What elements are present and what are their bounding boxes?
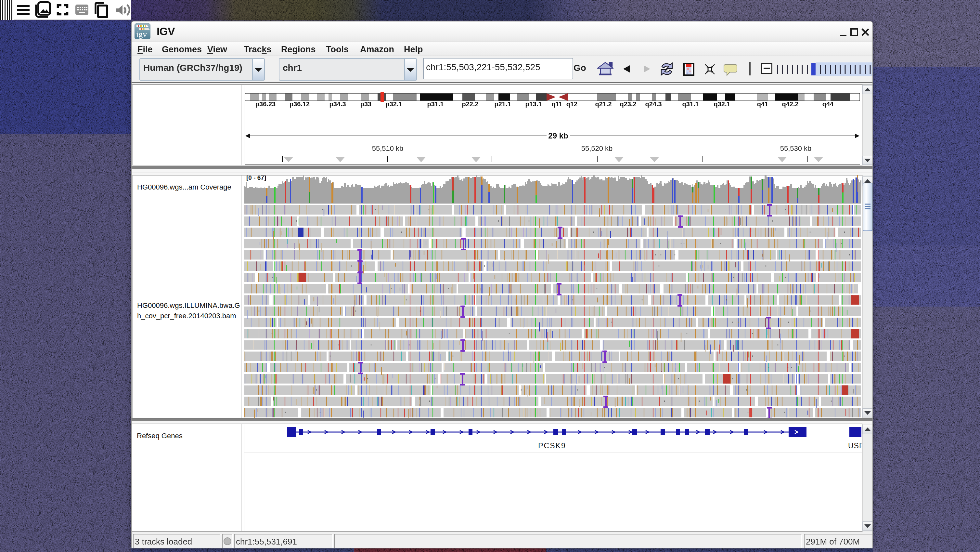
svg-text:55,510 kb: 55,510 kb	[372, 144, 404, 153]
svg-text:igv: igv	[136, 30, 147, 39]
svg-text:p33: p33	[360, 101, 371, 108]
svg-text:p21.1: p21.1	[494, 101, 511, 108]
svg-text:q42.2: q42.2	[782, 101, 799, 108]
svg-text:[0 - 67]: [0 - 67]	[246, 175, 266, 181]
svg-text:p36.12: p36.12	[290, 101, 310, 108]
svg-text:29 kb: 29 kb	[548, 131, 568, 140]
svg-text:55,530 kb: 55,530 kb	[780, 144, 812, 153]
svg-text:q11: q11	[551, 101, 562, 108]
svg-text:p32.1: p32.1	[385, 101, 402, 108]
svg-text:q24.3: q24.3	[645, 101, 662, 108]
svg-text:p36.23: p36.23	[255, 101, 275, 108]
svg-text:q44: q44	[822, 101, 834, 108]
svg-text:55,520 kb: 55,520 kb	[581, 144, 613, 153]
svg-text:p31.1: p31.1	[427, 101, 444, 108]
svg-text:q32.1: q32.1	[714, 101, 730, 108]
svg-text:USP2: USP2	[848, 442, 862, 450]
svg-text:q31.1: q31.1	[682, 101, 698, 108]
svg-text:p22.2: p22.2	[462, 101, 478, 108]
svg-text:q12: q12	[566, 101, 578, 108]
svg-text:PCSK9: PCSK9	[538, 442, 566, 450]
svg-text:q23.2: q23.2	[620, 101, 636, 108]
svg-text:q41: q41	[757, 101, 768, 108]
svg-text:p13.1: p13.1	[525, 101, 542, 108]
svg-text:p34.3: p34.3	[329, 101, 346, 108]
svg-text:q21.2: q21.2	[595, 101, 611, 108]
